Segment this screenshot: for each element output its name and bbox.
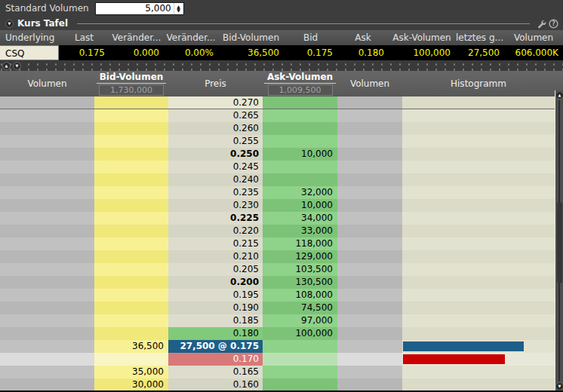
price-cell[interactable]: 0.245 [168,161,263,173]
scroll-down-button[interactable]: ▼ [555,382,563,390]
bid-volume-cell[interactable] [94,212,168,225]
volume-left-cell [0,340,94,353]
bid-volume-cell[interactable] [94,263,168,276]
ask-volume-cell[interactable]: 74,500 [263,302,337,314]
quote-cell-bid_volume: 36,500 [218,45,284,60]
bid-volume-cell[interactable] [94,250,168,263]
volume-right-cell [337,302,402,314]
volume-right-cell [337,122,402,135]
price-cell[interactable]: 0.270 [168,96,263,109]
volume-spinner[interactable]: ▲ ▼ [174,3,183,14]
ask-volume-cell[interactable] [263,378,337,391]
quote-col-header-7: Ask-Volumen [389,30,455,45]
standard-volume-value[interactable]: 5,000 [96,3,174,14]
bid-volume-cell[interactable]: 35,000 [94,366,168,378]
bid-volume-cell[interactable] [94,199,168,212]
ask-volume-cell[interactable] [263,340,337,353]
price-cell[interactable]: 0.225 [168,212,263,225]
ask-volume-cell[interactable]: 100,000 [263,327,337,340]
price-cell[interactable]: 0.185 [168,314,263,327]
ask-volume-cell[interactable]: 103,500 [263,263,337,276]
ladder-row-0.210: 0.210129,000 [0,250,563,263]
ask-volume-cell[interactable]: 129,000 [263,250,337,263]
ask-volume-cell[interactable] [263,161,337,173]
ask-volume-cell[interactable]: 10,000 [263,148,337,161]
price-cell[interactable]: 27,500 @ 0.175 [168,340,263,353]
bid-volume-cell[interactable] [94,327,168,340]
price-cell[interactable]: 0.255 [168,135,263,148]
ladder-row-0.250: 0.25010,000 [0,148,563,161]
bid-volume-cell[interactable] [94,353,168,366]
splitter-down-button[interactable]: ▼ [13,62,21,70]
scroll-up-button[interactable]: ▲ [555,91,563,100]
price-cell[interactable]: 0.205 [168,263,263,276]
ask-volume-cell[interactable]: 97,000 [263,314,337,327]
price-cell[interactable]: 0.210 [168,250,263,263]
bid-volume-cell[interactable] [94,148,168,161]
volume-left-cell [0,366,94,378]
vertical-scrollbar[interactable]: ▲ ▼ [555,90,563,391]
price-cell[interactable]: 0.195 [168,289,263,302]
arrow-up-icon: ▲ [558,93,561,97]
collapse-section-button[interactable]: ▼ [5,20,14,28]
scrollbar-thumb[interactable] [557,202,562,283]
price-cell[interactable]: 0.265 [168,109,263,122]
price-cell[interactable]: 0.180 [168,327,263,340]
bid-volume-cell[interactable] [94,302,168,314]
bid-volume-cell[interactable] [94,186,168,199]
bid-volume-cell[interactable] [94,161,168,173]
ask-volume-cell[interactable] [263,135,337,148]
ask-volume-cell[interactable]: 33,000 [263,225,337,237]
price-cell[interactable]: 0.215 [168,237,263,250]
ask-volume-cell[interactable]: 108,000 [263,289,337,302]
bid-volume-label: Bid-Volumen [97,72,167,84]
ask-volume-cell[interactable] [263,173,337,186]
price-cell[interactable]: 0.190 [168,302,263,314]
ask-volume-cell[interactable]: 32,000 [263,186,337,199]
price-cell[interactable]: 0.235 [168,186,263,199]
price-cell[interactable]: 0.240 [168,173,263,186]
price-cell[interactable]: 0.260 [168,122,263,135]
ask-volume-cell[interactable]: 34,000 [263,212,337,225]
ask-volume-cell[interactable] [263,96,337,109]
spinner-down-icon[interactable]: ▼ [177,8,180,12]
price-cell[interactable]: 0.200 [168,276,263,289]
ask-volume-cell[interactable]: 10,000 [263,199,337,212]
wrench-icon[interactable] [537,19,546,29]
price-cell[interactable]: 0.220 [168,225,263,237]
bid-volume-cell[interactable] [94,109,168,122]
price-cell[interactable]: 0.230 [168,199,263,212]
histogram-cell [402,225,555,237]
bid-volume-cell[interactable] [94,173,168,186]
bid-volume-cell[interactable] [94,96,168,109]
splitter-up-button[interactable]: ▲ [2,62,11,70]
price-cell[interactable]: 0.170 [168,353,263,366]
bid-volume-cell[interactable] [94,289,168,302]
ask-volume-cell[interactable] [263,122,337,135]
bid-volume-cell[interactable] [94,225,168,237]
price-cell[interactable]: 0.165 [168,366,263,378]
ask-volume-cell[interactable]: 118,000 [263,237,337,250]
help-icon[interactable]: ? [549,19,558,29]
ask-volume-cell[interactable] [263,109,337,122]
histogram-cell [402,378,555,391]
ask-volume-cell[interactable]: 130,500 [263,276,337,289]
bid-volume-cell[interactable] [94,237,168,250]
price-cell[interactable]: 0.160 [168,378,263,391]
bid-volume-cell[interactable]: 36,500 [94,340,168,353]
bid-volume-cell[interactable] [94,135,168,148]
standard-volume-input[interactable]: 5,000 ▲ ▼ [95,2,184,15]
ladder-row-0.200: 0.200130,500 [0,276,563,289]
bid-volume-cell[interactable]: 30,000 [94,378,168,391]
price-cell[interactable]: 0.250 [168,148,263,161]
histogram-cell [402,212,555,225]
bid-volume-cell[interactable] [94,122,168,135]
pane-splitter[interactable]: ▲ ▼ [0,60,563,71]
quote-cell-last_size: 27,500 [455,45,504,60]
col-header-volume-left: Volumen [0,71,94,96]
bid-volume-cell[interactable] [94,314,168,327]
bid-volume-cell[interactable] [94,276,168,289]
volume-left-cell [0,199,94,212]
ask-volume-cell[interactable] [263,353,337,366]
ask-volume-cell[interactable] [263,366,337,378]
